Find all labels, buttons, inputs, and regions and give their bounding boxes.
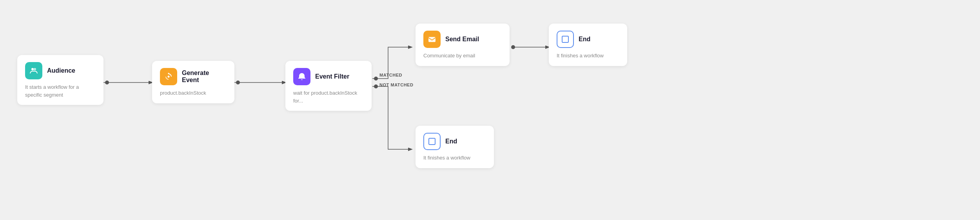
event-filter-node[interactable]: Event Filter wait for product.backInStoc… (285, 61, 372, 111)
matched-label: MATCHED (379, 73, 402, 77)
not-matched-label: NOT MATCHED (379, 82, 414, 87)
end-top-node[interactable]: End It finishes a workflow (549, 24, 627, 66)
svg-rect-8 (429, 138, 435, 145)
event-filter-title: Event Filter (315, 73, 349, 80)
dot-after-audience (105, 81, 109, 84)
end-top-title: End (579, 36, 590, 43)
send-email-desc: Communicate by email (423, 52, 502, 60)
svg-rect-6 (428, 37, 436, 42)
send-email-node[interactable]: Send Email Communicate by email (416, 24, 510, 66)
audience-title: Audience (47, 67, 75, 74)
dot-matched (374, 77, 378, 81)
end-bottom-header: End (423, 133, 486, 150)
svg-point-3 (31, 68, 34, 70)
end-top-desc: It finishes a workflow (557, 52, 619, 60)
event-filter-desc: wait for product.backInStock for... (293, 89, 364, 104)
audience-header: Audience (25, 62, 96, 79)
generate-event-icon (160, 68, 177, 85)
generate-event-header: Generate Event (160, 68, 227, 85)
dot-after-send-email (511, 45, 515, 49)
end-bottom-desc: It finishes a workflow (423, 154, 486, 162)
event-filter-header: Event Filter (293, 68, 364, 85)
end-bottom-node[interactable]: End It finishes a workflow (416, 126, 494, 168)
event-filter-icon (293, 68, 310, 85)
svg-point-5 (168, 76, 170, 78)
end-bottom-icon (423, 133, 441, 150)
end-bottom-title: End (445, 138, 457, 145)
end-top-header: End (557, 31, 619, 48)
audience-desc: It starts a workflow for a specific segm… (25, 83, 96, 99)
send-email-title: Send Email (445, 36, 479, 43)
send-email-header: Send Email (423, 31, 502, 48)
generate-event-title: Generate Event (182, 70, 227, 84)
dot-not-matched (374, 84, 378, 88)
workflow-canvas: Audience It starts a workflow for a spec… (0, 0, 980, 220)
generate-event-node[interactable]: Generate Event product.backInStock (152, 61, 234, 103)
dot-after-generate (236, 81, 240, 84)
generate-event-desc: product.backInStock (160, 89, 227, 97)
svg-rect-7 (562, 36, 568, 42)
audience-icon (25, 62, 42, 79)
svg-point-4 (34, 68, 36, 70)
send-email-icon (423, 31, 441, 48)
audience-node[interactable]: Audience It starts a workflow for a spec… (17, 55, 103, 105)
end-top-icon (557, 31, 574, 48)
